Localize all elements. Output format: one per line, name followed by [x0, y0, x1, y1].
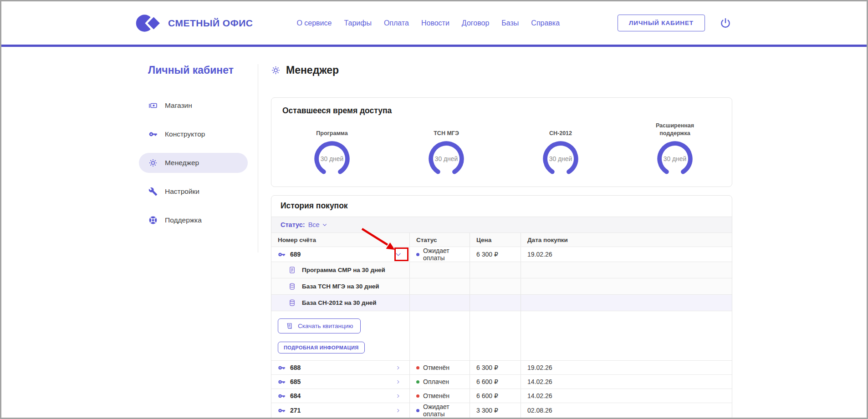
invoice-number: 685 — [290, 378, 301, 385]
page-title-text: Менеджер — [286, 64, 339, 76]
empty-cell — [521, 262, 732, 278]
empty-cell — [470, 278, 521, 294]
gauge-label: Программа — [316, 121, 347, 137]
sidebar-item-shop[interactable]: Магазин — [139, 96, 248, 116]
nav-bases[interactable]: Базы — [501, 19, 519, 27]
key-icon — [278, 251, 286, 258]
price-cell: 6 600 ₽ — [470, 375, 521, 389]
table-row-688: 688 Отменён 6 300 ₽ 19.02.26 — [271, 360, 732, 374]
empty-cell — [521, 278, 732, 294]
nav-tariffs[interactable]: Тарифы — [344, 19, 371, 27]
key-icon — [148, 130, 158, 139]
gauge-label: ТСН МГЭ — [434, 121, 459, 137]
expand-chevron-right-icon[interactable] — [395, 409, 401, 413]
nav-help[interactable]: Справка — [531, 19, 560, 27]
gauge-value: 30 дней — [321, 155, 343, 162]
sidebar-item-manager[interactable]: Менеджер — [139, 153, 248, 173]
invoice-684-cell[interactable]: 684 — [271, 389, 409, 403]
empty-cell — [409, 311, 470, 360]
invoice-number: 689 — [290, 251, 301, 258]
sidebar-title: Личный кабинет — [148, 64, 258, 76]
empty-cell — [470, 295, 521, 311]
key-icon — [278, 392, 286, 400]
invoice-271-cell[interactable]: 271 — [271, 403, 409, 418]
detailed-info-button[interactable]: ПОДРОБНАЯ ИНФОРМАЦИЯ — [278, 342, 365, 353]
invoice-685-cell[interactable]: 685 — [271, 375, 409, 389]
empty-cell — [521, 295, 732, 311]
status-filter-dropdown[interactable]: Все — [308, 221, 327, 228]
database-icon — [288, 299, 296, 307]
invoice-689-cell[interactable]: 689 — [271, 247, 409, 262]
nav-payment[interactable]: Оплата — [384, 19, 409, 27]
empty-cell — [470, 311, 521, 360]
logo-icon — [135, 13, 162, 33]
gauge-ring: 30 дней — [313, 140, 351, 177]
invoice-688-cell[interactable]: 688 — [271, 361, 409, 374]
purchase-history-card: История покупок Статус: Все Номер счёта … — [271, 195, 732, 419]
wrench-icon — [148, 187, 158, 196]
gauge-value: 30 дней — [549, 155, 572, 162]
sidebar-item-label: Менеджер — [165, 159, 199, 167]
date-cell: 19.02.26 — [521, 247, 732, 262]
brand-logo[interactable]: СМЕТНЫЙ ОФИС — [135, 13, 253, 33]
gauge-ring: 30 дней — [542, 140, 579, 177]
order-item-row: База СН-2012 на 30 дней — [271, 294, 732, 311]
status-text: Отменён — [423, 364, 449, 371]
order-item-base-sn-2012[interactable]: База СН-2012 на 30 дней — [271, 295, 409, 311]
invoice-number: 684 — [290, 392, 301, 399]
download-receipt-button[interactable]: Скачать квитанцию — [278, 318, 361, 333]
lifebuoy-icon — [148, 216, 158, 225]
invoice-number: 271 — [290, 407, 301, 414]
history-card-title: История покупок — [271, 196, 732, 217]
expand-chevron-right-icon[interactable] — [395, 394, 401, 398]
col-invoice-number: Номер счёта — [271, 233, 409, 247]
order-item-program-smr[interactable]: Программа СМР на 30 дней — [271, 262, 409, 278]
personal-cabinet-button[interactable]: ЛИЧНЫЙ КАБИНЕТ — [618, 15, 705, 31]
access-card-title: Оставшееся время доступа — [282, 106, 721, 116]
order-item-label: Программа СМР на 30 дней — [302, 267, 385, 273]
page-title: Менеджер — [271, 64, 732, 76]
invoice-number: 688 — [290, 364, 301, 371]
status-dot — [416, 380, 419, 384]
empty-cell — [409, 262, 470, 278]
status-dot — [416, 394, 419, 398]
sidebar: Личный кабинет Магазин Конструктор Менед… — [139, 64, 258, 252]
gauge-value: 30 дней — [435, 155, 458, 162]
main-content: Менеджер Оставшееся время доступа Програ… — [271, 64, 732, 419]
key-icon — [278, 378, 286, 386]
empty-cell — [521, 311, 732, 360]
gear-icon — [271, 66, 281, 75]
top-header: СМЕТНЫЙ ОФИС О сервисе Тарифы Оплата Нов… — [1, 1, 867, 45]
order-item-base-tsn-mge[interactable]: База ТСН МГЭ на 30 дней — [271, 278, 409, 294]
nav-news[interactable]: Новости — [421, 19, 449, 27]
table-header-row: Номер счёта Статус Цена Дата покупки — [271, 233, 732, 247]
empty-cell — [409, 295, 470, 311]
nav-contract[interactable]: Договор — [462, 19, 489, 27]
expand-chevron-right-icon[interactable] — [395, 380, 401, 384]
gauge-label: Расширенная поддержка — [649, 121, 700, 137]
order-item-row: База ТСН МГЭ на 30 дней — [271, 278, 732, 294]
date-cell: 02.08.26 — [521, 403, 732, 418]
gauge-value: 30 дней — [664, 155, 686, 162]
order-actions-cell: Скачать квитанцию ПОДРОБНАЯ ИНФОРМАЦИЯ — [271, 311, 409, 360]
table-row-689: 689 Ожидает оплаты — [271, 247, 732, 262]
gauge-ring: 30 дней — [428, 140, 465, 177]
gauge-tsn-mge: ТСН МГЭ 30 дней — [412, 121, 480, 177]
order-actions-row: Скачать квитанцию ПОДРОБНАЯ ИНФОРМАЦИЯ — [271, 311, 732, 360]
sidebar-item-settings[interactable]: Настройки — [139, 182, 248, 202]
sidebar-item-label: Магазин — [165, 101, 192, 110]
col-status: Статус — [409, 233, 470, 247]
date-cell: 14.02.26 — [521, 375, 732, 389]
brand-name: СМЕТНЫЙ ОФИС — [168, 18, 253, 29]
logout-power-icon[interactable] — [720, 17, 731, 29]
expand-chevron-right-icon[interactable] — [395, 366, 401, 370]
sidebar-item-support[interactable]: Поддержка — [139, 210, 248, 230]
order-item-row: Программа СМР на 30 дней — [271, 262, 732, 278]
collapse-chevron-down-icon[interactable] — [395, 252, 401, 257]
status-text: Ожидает оплаты — [423, 403, 463, 418]
nav-about[interactable]: О сервисе — [296, 19, 332, 27]
sidebar-item-constructor[interactable]: Конструктор — [139, 124, 248, 144]
price-cell: 6 300 ₽ — [470, 361, 521, 374]
status-filter-value: Все — [308, 221, 320, 228]
status-dot — [416, 366, 419, 369]
